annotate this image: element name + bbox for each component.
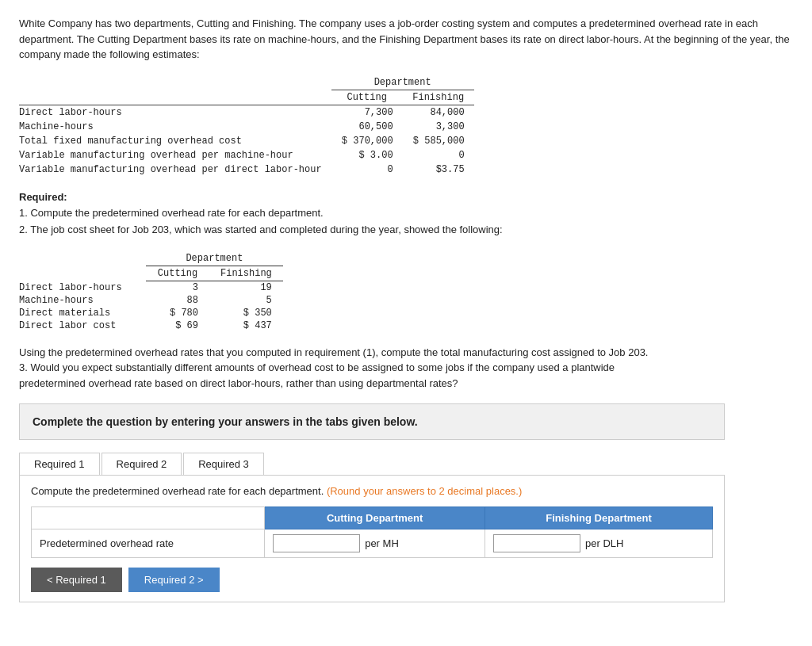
tab-required-1[interactable]: Required 1 [19,453,100,475]
instruction-main: Compute the predetermined overhead rate … [31,485,324,497]
job-cutting-header: Cutting [146,266,209,281]
table-row: Direct materials $ 780 $ 350 [19,307,283,319]
cutting-input-cell: per MH [265,529,485,558]
nav-buttons: < Required 1 Required 2 > [31,568,713,592]
table-row: Direct labor-hours 7,300 84,000 [19,105,474,120]
table-row: Variable manufacturing overhead per dire… [19,162,474,177]
tab-required-3[interactable]: Required 3 [183,453,264,475]
row-label: Direct labor-hours [19,281,146,294]
finishing-dept-header: Finishing Department [485,507,713,529]
job-dept-header: Department [146,251,283,266]
cutting-rate-input[interactable] [273,534,360,552]
finishing-val: $ 437 [209,319,283,332]
table-row: Total fixed manufacturing overhead cost … [19,134,474,148]
cutting-col-header: Cutting [331,90,403,105]
estimates-table: Department Cutting Finishing Direct labo… [19,75,474,177]
table-row: Machine-hours 60,500 3,300 [19,120,474,134]
predetermined-rate-label: Predetermined overhead rate [32,529,265,558]
finishing-val: 84,000 [403,105,474,120]
using-line2: 3. Would you expect substantially differ… [19,360,793,376]
req-item-2: 2. The job cost sheet for Job 203, which… [19,222,793,239]
tab-instruction: Compute the predetermined overhead rate … [31,485,713,497]
instruction-note: (Round your answers to 2 decimal places.… [327,485,522,497]
row-label: Machine-hours [19,294,146,307]
next-button[interactable]: Required 2 > [128,568,220,592]
finishing-col-header: Finishing [403,90,474,105]
req-item-1: 1. Compute the predetermined overhead ra… [19,205,793,222]
finishing-val: 0 [403,148,474,162]
finishing-rate-input[interactable] [493,534,580,552]
cutting-val: 88 [146,294,209,307]
row-label: Direct labor cost [19,319,146,332]
row-label: Variable manufacturing overhead per dire… [19,162,331,177]
finishing-val: 5 [209,294,283,307]
using-text-block: Using the predetermined overhead rates t… [19,345,793,392]
job-table-wrapper: Department Cutting Finishing Direct labo… [19,251,793,332]
finishing-input-cell: per DLH [485,529,713,558]
row-label: Machine-hours [19,120,331,134]
complete-box-text: Complete the question by entering your a… [33,415,418,428]
finishing-val: 19 [209,281,283,294]
cutting-val: 7,300 [331,105,403,120]
estimates-table-wrapper: Department Cutting Finishing Direct labo… [19,75,793,177]
tabs-row: Required 1 Required 2 Required 3 [19,453,725,475]
cutting-val: $ 370,000 [331,134,403,148]
row-label: Direct materials [19,307,146,319]
answer-table: Cutting Department Finishing Department … [31,506,713,558]
cutting-dept-header: Cutting Department [265,507,485,529]
row-label: Variable manufacturing overhead per mach… [19,148,331,162]
cutting-val: $ 780 [146,307,209,319]
tab-required-2[interactable]: Required 2 [102,453,182,475]
job-cost-table: Department Cutting Finishing Direct labo… [19,251,283,332]
cutting-val: $ 69 [146,319,209,332]
finishing-val: $ 350 [209,307,283,319]
finishing-val: $ 585,000 [403,134,474,148]
using-line1: Using the predetermined overhead rates t… [19,345,793,361]
cutting-val: $ 3.00 [331,148,403,162]
required-section: Required: 1. Compute the predetermined o… [19,189,793,239]
cutting-val: 60,500 [331,120,403,134]
answer-table-empty-header [32,507,265,529]
table-row: Machine-hours 88 5 [19,294,283,307]
table-row: Variable manufacturing overhead per mach… [19,148,474,162]
row-label: Direct labor-hours [19,105,331,120]
cutting-val: 3 [146,281,209,294]
table-row: Direct labor cost $ 69 $ 437 [19,319,283,332]
required-heading: Required: [19,191,67,203]
tab-content-area: Compute the predetermined overhead rate … [19,475,725,602]
dept-group-header: Department [331,75,474,90]
using-line3: predetermined overhead rate based on dir… [19,376,793,392]
table-row: Direct labor-hours 3 19 [19,281,283,294]
cutting-val: 0 [331,162,403,177]
job-finishing-header: Finishing [209,266,283,281]
complete-question-box: Complete the question by entering your a… [19,403,725,440]
row-label: Total fixed manufacturing overhead cost [19,134,331,148]
cutting-unit-label: per MH [365,537,399,549]
prev-button[interactable]: < Required 1 [31,568,122,592]
finishing-unit-label: per DLH [585,537,623,549]
finishing-val: $3.75 [403,162,474,177]
intro-paragraph: White Company has two departments, Cutti… [19,16,793,63]
finishing-val: 3,300 [403,120,474,134]
answer-row: Predetermined overhead rate per MH per D… [32,529,713,558]
